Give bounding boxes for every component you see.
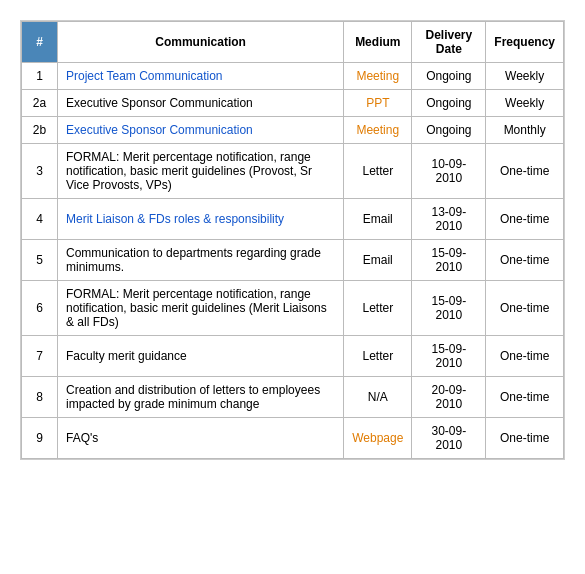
- table-row-frequency: One-time: [486, 377, 564, 418]
- table-row-frequency: One-time: [486, 199, 564, 240]
- table-row-num: 8: [22, 377, 58, 418]
- table-row-frequency: One-time: [486, 336, 564, 377]
- table-row-medium: Meeting: [344, 117, 412, 144]
- table-row-medium: Email: [344, 240, 412, 281]
- table-row-frequency: One-time: [486, 144, 564, 199]
- table-row-communication: FORMAL: Merit percentage notification, r…: [58, 144, 344, 199]
- communication-link[interactable]: Executive Sponsor Communication: [66, 123, 253, 137]
- table-row-medium: Letter: [344, 281, 412, 336]
- table-row-communication: Executive Sponsor Communication: [58, 117, 344, 144]
- table-row-date: 15-09-2010: [412, 281, 486, 336]
- table-row-medium: Webpage: [344, 418, 412, 459]
- col-header-communication: Communication: [58, 22, 344, 63]
- table-row-num: 4: [22, 199, 58, 240]
- table-row-frequency: One-time: [486, 281, 564, 336]
- table-row-communication: Merit Liaison & FDs roles & responsibili…: [58, 199, 344, 240]
- table-row-date: 20-09-2010: [412, 377, 486, 418]
- col-header-frequency: Frequency: [486, 22, 564, 63]
- table-row-num: 2a: [22, 90, 58, 117]
- communication-link[interactable]: Merit Liaison & FDs roles & responsibili…: [66, 212, 284, 226]
- table-row-date: 13-09-2010: [412, 199, 486, 240]
- table-row-communication: FORMAL: Merit percentage notification, r…: [58, 281, 344, 336]
- table-row-communication: Communication to departments regarding g…: [58, 240, 344, 281]
- table-row-communication: FAQ's: [58, 418, 344, 459]
- table-row-communication: Project Team Communication: [58, 63, 344, 90]
- communication-link[interactable]: Project Team Communication: [66, 69, 223, 83]
- table-row-frequency: Weekly: [486, 63, 564, 90]
- table-row-date: 10-09-2010: [412, 144, 486, 199]
- table-row-num: 1: [22, 63, 58, 90]
- table-row-date: Ongoing: [412, 90, 486, 117]
- table-row-communication: Faculty merit guidance: [58, 336, 344, 377]
- table-row-date: Ongoing: [412, 117, 486, 144]
- table-row-frequency: Monthly: [486, 117, 564, 144]
- table-row-frequency: One-time: [486, 240, 564, 281]
- table-row-communication: Executive Sponsor Communication: [58, 90, 344, 117]
- communication-table: # Communication Medium Delivery Date Fre…: [20, 20, 565, 460]
- table-row-num: 7: [22, 336, 58, 377]
- table-row-medium: Letter: [344, 336, 412, 377]
- table-row-num: 6: [22, 281, 58, 336]
- col-header-medium: Medium: [344, 22, 412, 63]
- table-row-date: 15-09-2010: [412, 336, 486, 377]
- table-row-date: 30-09-2010: [412, 418, 486, 459]
- table-row-frequency: One-time: [486, 418, 564, 459]
- col-header-delivery-date: Delivery Date: [412, 22, 486, 63]
- table-row-num: 5: [22, 240, 58, 281]
- table-row-num: 9: [22, 418, 58, 459]
- table-row-frequency: Weekly: [486, 90, 564, 117]
- table-row-medium: Meeting: [344, 63, 412, 90]
- table-row-date: Ongoing: [412, 63, 486, 90]
- table-row-num: 2b: [22, 117, 58, 144]
- table-row-communication: Creation and distribution of letters to …: [58, 377, 344, 418]
- table-row-medium: Letter: [344, 144, 412, 199]
- table-row-medium: PPT: [344, 90, 412, 117]
- table-row-medium: N/A: [344, 377, 412, 418]
- table-row-date: 15-09-2010: [412, 240, 486, 281]
- table-row-medium: Email: [344, 199, 412, 240]
- col-header-num: #: [22, 22, 58, 63]
- table-row-num: 3: [22, 144, 58, 199]
